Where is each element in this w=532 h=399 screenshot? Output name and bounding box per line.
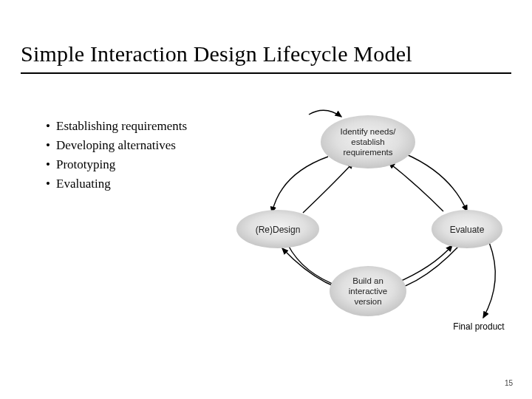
list-item: • Developing alternatives <box>46 136 187 155</box>
lifecycle-diagram: Identify needs/ establish requirements (… <box>222 103 517 340</box>
node-build-line2: interactive <box>349 287 387 296</box>
arrow-build-to-evaluate <box>395 245 452 284</box>
bullet-text: Prototyping <box>56 156 115 174</box>
bullet-icon: • <box>46 175 50 193</box>
node-identify-line1: Identify needs/ <box>341 127 397 136</box>
bullet-text: Developing alternatives <box>56 137 176 154</box>
node-evaluate: Evaluate <box>432 210 502 248</box>
node-build-line1: Build an <box>352 276 383 285</box>
list-item: • Prototyping <box>46 155 187 174</box>
bullet-icon: • <box>46 156 50 174</box>
node-evaluate-text: Evaluate <box>450 225 485 235</box>
page-number: 15 <box>505 379 513 387</box>
list-item: • Evaluating <box>46 174 187 194</box>
node-build-line3: version <box>354 297 381 306</box>
slide-title: Simple Interaction Design Lifecycle Mode… <box>21 41 412 66</box>
bullet-icon: • <box>46 117 50 135</box>
arrow-evaluate-to-final <box>483 242 495 318</box>
arrow-redesign-to-identify <box>303 163 353 213</box>
arrow-identify-to-evaluate <box>405 154 467 211</box>
list-item: • Establishing requirements <box>46 117 187 136</box>
arrow-redesign-to-build <box>288 245 340 287</box>
arrow-entry <box>309 110 341 117</box>
final-product-label: Final product <box>453 321 505 332</box>
title-rule <box>21 72 511 74</box>
node-redesign-text: (Re)Design <box>256 225 301 235</box>
node-identify-line3: requirements <box>343 148 392 157</box>
bullet-text: Evaluating <box>56 175 111 193</box>
node-identify: Identify needs/ establish requirements <box>321 115 415 168</box>
arrow-identify-to-redesign <box>272 157 328 213</box>
diagram-svg: Identify needs/ establish requirements (… <box>222 103 517 340</box>
bullet-text: Establishing requirements <box>56 117 187 135</box>
bullet-list: • Establishing requirements • Developing… <box>46 117 187 194</box>
arrow-evaluate-to-identify <box>389 163 443 211</box>
bullet-icon: • <box>46 137 50 154</box>
node-build: Build an interactive version <box>330 266 406 316</box>
node-identify-line2: establish <box>351 137 384 146</box>
node-redesign: (Re)Design <box>236 210 319 248</box>
